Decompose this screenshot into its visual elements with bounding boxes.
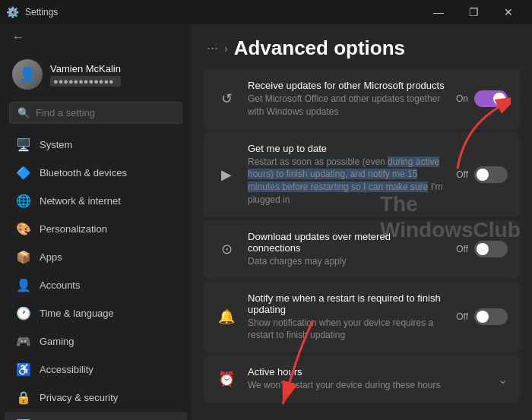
sidebar-item-personalization[interactable]: 🎨 Personalization xyxy=(5,215,187,242)
sidebar-user[interactable]: 👤 Vamien McKalin ●●●●●●●●●●●● xyxy=(0,50,192,99)
sidebar-label-accessibility: Accessibility xyxy=(40,364,93,375)
notify-restart-content: Notify me when a restart is required to … xyxy=(248,292,445,343)
avatar-image: 👤 xyxy=(12,59,43,90)
metered-title: Download updates over metered connection… xyxy=(248,231,445,254)
setting-item-notify-restart: 🔔 Notify me when a restart is required t… xyxy=(204,282,520,353)
notify-restart-right: Off xyxy=(456,308,508,325)
sidebar-label-accounts: Accounts xyxy=(40,279,80,291)
network-icon: 🌐 xyxy=(17,194,30,207)
sidebar-item-privacy[interactable]: 🔒 Privacy & security xyxy=(5,384,187,411)
title-bar-title: Settings xyxy=(25,7,58,17)
sidebar-item-bluetooth[interactable]: 🔷 Bluetooth & devices xyxy=(5,159,187,186)
notify-restart-desc: Show notification when your device requi… xyxy=(248,317,445,343)
bluetooth-icon: 🔷 xyxy=(17,166,30,179)
receive-updates-title: Receive updates for other Microsoft prod… xyxy=(248,80,445,91)
sidebar-item-accounts[interactable]: 👤 Accounts xyxy=(5,271,187,298)
notify-restart-title: Notify me when a restart is required to … xyxy=(248,292,445,315)
sidebar-item-apps[interactable]: 📦 Apps xyxy=(5,243,187,270)
minimize-button[interactable]: — xyxy=(421,0,456,24)
receive-updates-toggle-label: On xyxy=(456,93,468,104)
sidebar-item-windows-update[interactable]: 🔄 Windows Update xyxy=(5,412,187,420)
user-info: Vamien McKalin ●●●●●●●●●●●● xyxy=(50,63,121,87)
receive-updates-desc: Get Microsoft Office and other updates t… xyxy=(248,93,445,118)
page-title: Advanced options xyxy=(234,36,405,60)
sidebar-item-system[interactable]: 🖥️ System xyxy=(5,131,187,158)
receive-updates-content: Receive updates for other Microsoft prod… xyxy=(248,80,445,118)
search-icon: 🔍 xyxy=(17,107,30,118)
get-up-to-date-icon: ▶ xyxy=(216,164,237,185)
active-hours-icon: ⏰ xyxy=(216,368,237,390)
active-hours-content: Active hours We won't restart your devic… xyxy=(248,366,487,392)
notify-restart-toggle[interactable] xyxy=(474,308,508,325)
app-icon: ⚙️ xyxy=(6,6,19,18)
get-up-to-date-toggle-label: Off xyxy=(456,169,468,180)
app-container: ← 👤 Vamien McKalin ●●●●●●●●●●●● 🔍 🖥️ Sys… xyxy=(0,24,532,420)
sidebar-item-gaming[interactable]: 🎮 Gaming xyxy=(5,327,187,355)
breadcrumb-dots[interactable]: ··· xyxy=(207,40,218,56)
title-bar: ⚙️ Settings — ❐ ✕ xyxy=(0,0,532,24)
sidebar-label-gaming: Gaming xyxy=(40,336,74,347)
metered-icon: ⊙ xyxy=(216,238,237,260)
sidebar-item-accessibility[interactable]: ♿ Accessibility xyxy=(5,355,187,383)
toggle-thumb-4 xyxy=(477,311,489,323)
close-button[interactable]: ✕ xyxy=(491,0,526,24)
metered-content: Download updates over metered connection… xyxy=(248,231,445,268)
expand-icon[interactable]: ⌄ xyxy=(498,372,508,387)
back-button[interactable]: ← xyxy=(0,24,192,50)
setting-item-active-hours: ⏰ Active hours We won't restart your dev… xyxy=(204,355,520,403)
notify-restart-toggle-label: Off xyxy=(456,311,468,322)
active-hours-right: ⌄ xyxy=(498,372,508,387)
sidebar-item-network[interactable]: 🌐 Network & internet xyxy=(5,187,187,214)
setting-item-get-up-to-date: ▶ Get me up to date Restart as soon as p… xyxy=(204,132,520,217)
system-icon: 🖥️ xyxy=(17,137,30,151)
avatar: 👤 xyxy=(12,59,43,90)
privacy-icon: 🔒 xyxy=(17,390,30,404)
setting-item-receive-updates: ↺ Receive updates for other Microsoft pr… xyxy=(204,69,520,129)
maximize-button[interactable]: ❐ xyxy=(456,0,491,24)
main-header: ··· › Advanced options xyxy=(192,24,532,69)
gaming-icon: 🎮 xyxy=(17,334,30,348)
accounts-icon: 👤 xyxy=(17,278,30,292)
metered-toggle-label: Off xyxy=(456,244,468,254)
receive-updates-toggle[interactable] xyxy=(474,90,508,107)
get-up-to-date-toggle[interactable] xyxy=(474,166,508,183)
active-hours-title: Active hours xyxy=(248,366,487,377)
accessibility-icon: ♿ xyxy=(17,362,30,376)
user-name: Vamien McKalin xyxy=(50,63,121,74)
breadcrumb-chevron: › xyxy=(224,43,228,55)
search-box[interactable]: 🔍 xyxy=(9,102,182,124)
time-icon: 🕐 xyxy=(17,306,30,320)
sidebar-label-network: Network & internet xyxy=(40,195,121,207)
title-bar-controls: — ❐ ✕ xyxy=(421,0,526,24)
toggle-thumb-3 xyxy=(477,243,489,255)
receive-updates-right: On xyxy=(456,90,508,107)
toggle-thumb-2 xyxy=(477,169,489,181)
sidebar-label-bluetooth: Bluetooth & devices xyxy=(40,167,127,178)
sidebar-label-system: System xyxy=(40,139,72,150)
receive-updates-icon: ↺ xyxy=(216,88,237,109)
sidebar: ← 👤 Vamien McKalin ●●●●●●●●●●●● 🔍 🖥️ Sys… xyxy=(0,24,192,420)
sidebar-nav: 🖥️ System 🔷 Bluetooth & devices 🌐 Networ… xyxy=(0,130,192,420)
apps-icon: 📦 xyxy=(17,250,30,264)
main-content: The WindowsClub ··· › Adva xyxy=(192,24,532,420)
sidebar-label-privacy: Privacy & security xyxy=(40,392,118,403)
sidebar-label-apps: Apps xyxy=(40,251,62,263)
sidebar-label-time: Time & language xyxy=(40,308,114,319)
get-up-to-date-right: Off xyxy=(456,166,508,183)
metered-desc: Data charges may apply xyxy=(248,255,445,268)
sidebar-label-personalization: Personalization xyxy=(40,223,107,235)
sidebar-item-time[interactable]: 🕐 Time & language xyxy=(5,299,187,327)
get-up-to-date-title: Get me up to date xyxy=(248,143,445,154)
back-arrow-icon: ← xyxy=(12,30,24,44)
title-bar-left: ⚙️ Settings xyxy=(6,6,58,18)
personalization-icon: 🎨 xyxy=(17,222,30,235)
setting-item-metered: ⊙ Download updates over metered connecti… xyxy=(204,220,520,279)
metered-right: Off xyxy=(456,241,508,257)
settings-list: ↺ Receive updates for other Microsoft pr… xyxy=(192,69,532,418)
user-email: ●●●●●●●●●●●● xyxy=(50,76,121,87)
search-input[interactable] xyxy=(36,107,174,118)
get-up-to-date-desc: Restart as soon as possible (even during… xyxy=(248,156,445,207)
notify-restart-icon: 🔔 xyxy=(216,306,237,327)
metered-toggle[interactable] xyxy=(474,241,508,257)
toggle-thumb xyxy=(493,93,505,105)
